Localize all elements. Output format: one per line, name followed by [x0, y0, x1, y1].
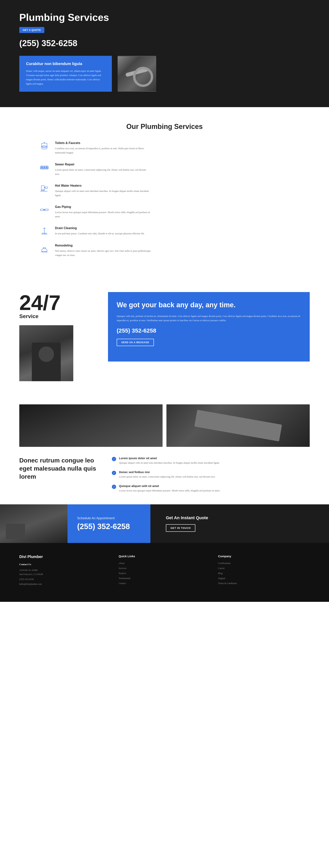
service-name-gas: Gas Piping	[55, 205, 152, 209]
toilets-icon	[39, 141, 50, 151]
feature-check-2: ✓	[112, 471, 116, 475]
feature-title-3: Quisque aliquet velit sit amet	[119, 484, 220, 488]
feature-item-2: ✓ Donec sed finibus nisi Lorem ipsum dol…	[112, 470, 310, 479]
service-item-remodeling: Remodeling Nisl massa, ultrices vitae or…	[39, 244, 290, 257]
feature-item-3: ✓ Quisque aliquet velit sit amet Luctus …	[112, 484, 310, 493]
svg-point-6	[41, 166, 43, 167]
service-desc-gas: Luctus lectus non quisque turpis bibendu…	[55, 210, 152, 219]
gas-icon	[39, 205, 50, 215]
service-item-drain: Drain Cleaning In non pulvinar purus. Cu…	[39, 226, 290, 236]
availability-right: We got your back any day, any time. Quis…	[108, 292, 310, 362]
availability-text: Quisque velit nisi, pretium ut lacinia i…	[117, 314, 301, 322]
svg-rect-18	[45, 209, 48, 211]
footer-contact-label: Contact Us	[19, 563, 111, 566]
footer-link-projects[interactable]: Projects	[119, 571, 210, 575]
footer-link-services[interactable]: Services	[119, 566, 210, 570]
footer-email: hello@diviplumber.com	[19, 582, 111, 586]
hero-blue-box: Curabitur non bibendum ligula Donec veli…	[19, 56, 112, 92]
service-content-heater: Hot Water Heaters Quisque aliquet velit …	[55, 184, 152, 197]
feature-desc-2: Lorem ipsum dolor sit amet, consectetur …	[119, 475, 216, 479]
hero-phone: (255) 352-6258	[19, 38, 310, 48]
feature-title-2: Donec sed finibus nisi	[119, 470, 216, 474]
footer-company-list: Certifications Carrier Blog Support Term…	[218, 561, 310, 585]
hero-title: Plumbing Services	[19, 11, 310, 23]
availability-section: 24/7 Service We got your back any day, a…	[0, 280, 329, 393]
availability-left: 24/7 Service	[19, 292, 96, 381]
feature-desc-3: Luctus lectus non quisque turpis bibendu…	[119, 489, 220, 493]
footer-quick-links-list: About Services Projects Testimonials Con…	[119, 561, 210, 585]
cta-schedule-label: Schedule An Appointment	[77, 516, 141, 520]
feature-content-2: Donec sed finibus nisi Lorem ipsum dolor…	[119, 470, 216, 479]
get-in-touch-button[interactable]: GET IN TOUCH	[166, 524, 195, 532]
cta-photo	[0, 504, 67, 543]
cta-quote: Get An Instant Quote GET IN TOUCH	[151, 504, 329, 543]
feature-item-1: ✓ Lorem ipsum dolor sit amet Quisque ali…	[112, 457, 310, 465]
footer-link-carrier[interactable]: Carrier	[218, 566, 310, 570]
footer-address: 1234 Div St. #1000, San Francisco, CA 94…	[19, 568, 111, 577]
service-name-drain: Drain Cleaning	[55, 226, 145, 230]
feature-content-1: Lorem ipsum dolor sit amet Quisque aliqu…	[119, 457, 220, 465]
cta-section: Schedule An Appointment (255) 352-6258 G…	[0, 504, 329, 543]
service-name-sewer: Sewer Repair	[55, 163, 152, 166]
availability-title: We got your back any day, any time.	[117, 301, 301, 309]
worker-photo	[19, 325, 73, 381]
feature-check-3: ✓	[112, 485, 116, 489]
service-desc-remodeling: Nisl massa, ultrices vitae ornare sit am…	[55, 249, 152, 257]
service-content-gas: Gas Piping Luctus lectus non quisque tur…	[55, 205, 152, 219]
service-desc-drain: In non pulvinar purus. Curabitur nisi od…	[55, 231, 145, 236]
svg-rect-17	[40, 209, 43, 211]
hero-bottom: Curabitur non bibendum ligula Donec veli…	[19, 56, 310, 92]
feature-content-3: Quisque aliquet velit sit amet Luctus le…	[119, 484, 220, 493]
footer-link-about[interactable]: About	[119, 561, 210, 565]
svg-line-24	[43, 228, 44, 229]
footer-brand-name: Divi Plumber	[19, 555, 111, 559]
remodeling-icon	[39, 244, 50, 253]
footer-link-testimonials[interactable]: Testimonials	[119, 576, 210, 580]
service-item-gas: Gas Piping Luctus lectus non quisque tur…	[39, 205, 290, 219]
footer-link-blog[interactable]: Blog	[218, 571, 310, 575]
footer-link-support[interactable]: Support	[218, 576, 310, 580]
svg-rect-0	[42, 143, 47, 147]
footer-link-certifications[interactable]: Certifications	[218, 561, 310, 565]
hero-image	[118, 56, 156, 92]
service-content-drain: Drain Cleaning In non pulvinar purus. Cu…	[55, 226, 145, 236]
drain-icon	[39, 226, 50, 236]
sewer-icon	[39, 163, 50, 173]
footer-company: Company Certifications Carrier Blog Supp…	[218, 555, 310, 586]
send-message-button[interactable]: SEND US A MESSAGE	[117, 339, 154, 346]
availability-phone: (255) 352-6258	[117, 328, 301, 334]
services-section: Our Plumbing Services Toilets & Faucets …	[0, 107, 329, 280]
footer-brand: Divi Plumber Contact Us 1234 Div St. #10…	[19, 555, 111, 586]
features-heading: Donec rutrum congue leo eget malesuada n…	[19, 457, 96, 480]
cta-schedule: Schedule An Appointment (255) 352-6258	[67, 504, 151, 543]
cta-image	[0, 504, 67, 543]
cta-quote-title: Get An Instant Quote	[166, 515, 314, 520]
cta-phone: (255) 352-6258	[77, 522, 141, 531]
footer-quick-links-title: Quick Links	[119, 555, 210, 558]
svg-point-7	[44, 166, 45, 167]
hero-blue-text: Donec velit neque, auctor sit amet aliqu…	[26, 69, 105, 86]
footer-link-contact[interactable]: Contact	[119, 581, 210, 585]
svg-line-25	[44, 228, 45, 229]
pipe-photo	[118, 56, 156, 91]
feature-title-1: Lorem ipsum dolor sit amet	[119, 457, 220, 460]
service-item-toilets: Toilets & Faucets Curabitur arcu erat, a…	[39, 141, 290, 155]
footer-company-title: Company	[218, 555, 310, 558]
footer-link-terms[interactable]: Terms & Conditions	[218, 581, 310, 585]
svg-point-8	[46, 166, 47, 167]
service-name-toilets: Toilets & Faucets	[55, 141, 152, 145]
feature-desc-1: Quisque aliquet velit sit amet sem inter…	[119, 461, 220, 465]
service-desc-sewer: Lorem ipsum dolor sit amet, consectetur …	[55, 168, 152, 176]
svg-rect-31	[43, 247, 45, 249]
gallery-image-2	[166, 404, 310, 447]
get-quote-button[interactable]: GET A QUOTE	[19, 27, 44, 33]
svg-rect-11	[41, 190, 44, 191]
footer: Divi Plumber Contact Us 1234 Div St. #10…	[0, 543, 329, 602]
hero-blue-title: Curabitur non bibendum ligula	[26, 62, 105, 66]
service-desc-heater: Quisque aliquet velit sit amet sem inter…	[55, 189, 152, 197]
service-item-heater: Hot Water Heaters Quisque aliquet velit …	[39, 184, 290, 197]
svg-rect-12	[45, 187, 47, 188]
service-desc-toilets: Curabitur arcu erat, accumsan id imperdi…	[55, 146, 152, 155]
services-title: Our Plumbing Services	[39, 123, 290, 131]
feature-check-1: ✓	[112, 457, 116, 461]
